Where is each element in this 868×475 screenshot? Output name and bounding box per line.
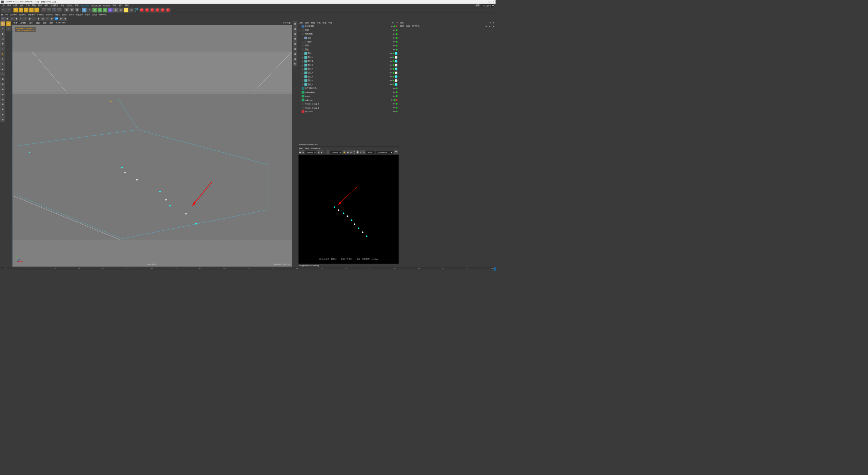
field-sphere[interactable]: 球域	[5, 13, 8, 16]
object-tags[interactable]	[391, 25, 398, 27]
rs-sphere-6[interactable]	[166, 8, 171, 13]
render-expand-button[interactable]: ⛶	[394, 150, 398, 154]
render-lock-button[interactable]: 🔒	[343, 150, 346, 154]
obj-menu-bookmarks[interactable]: 书签	[328, 21, 332, 24]
ri-3[interactable]: ▦	[293, 32, 297, 36]
tb2-3[interactable]: ◈	[10, 17, 14, 20]
expand-toggle[interactable]: +	[299, 45, 301, 47]
move-tool[interactable]: ✥	[19, 8, 23, 13]
object-row[interactable]: xpKill	[298, 94, 399, 98]
ri-2[interactable]: ▦	[293, 26, 297, 31]
obj-menu-objects[interactable]: 对象	[317, 21, 320, 24]
menu-create[interactable]: 创建	[13, 4, 17, 7]
minimize-button[interactable]: ─	[484, 1, 486, 3]
object-tags[interactable]	[393, 49, 399, 51]
field-shader[interactable]: 着色器域	[76, 13, 83, 16]
render-save-button[interactable]: 💾	[356, 150, 359, 154]
object-row[interactable]: xpFlowField	[298, 90, 399, 94]
select-tool[interactable]: ↖	[13, 8, 18, 13]
render-view[interactable]: 微信公众号：野鹿志 微博：野鹿志 作者：马鹿野郎 (0.04s)	[298, 155, 398, 264]
render-settings-button[interactable]: ▣	[75, 8, 79, 13]
render-zoom-input[interactable]	[366, 151, 376, 154]
menu-select[interactable]: 选择	[20, 4, 23, 7]
field-cone[interactable]: 圆锥体域	[28, 13, 35, 16]
axis-y-button[interactable]: Y	[47, 8, 52, 13]
tb2-12[interactable]: ◉	[50, 17, 54, 20]
close-button[interactable]: ✕	[493, 1, 495, 3]
redo-button[interactable]: ↷	[6, 8, 11, 13]
object-tags[interactable]	[390, 83, 398, 86]
menu-plugins[interactable]: 插件	[75, 4, 79, 7]
lt2-axis[interactable]: ✦	[6, 21, 11, 26]
object-row[interactable]: + 圆柱.5	[298, 71, 399, 75]
attr-tab-mode[interactable]: 模式	[400, 25, 404, 27]
vp-nav-4[interactable]: ▦	[289, 22, 290, 24]
attr-nav-up[interactable]: ▲	[489, 25, 491, 27]
tb2-9[interactable]: ◉	[37, 17, 40, 20]
lt-ext1[interactable]: ▦	[0, 77, 5, 81]
lt-mode1[interactable]: ◧	[0, 32, 5, 36]
render-snap-button[interactable]: ⊞	[350, 150, 352, 154]
lt-swirl[interactable]: ◉	[0, 66, 5, 71]
expand-toggle[interactable]: +	[301, 41, 304, 43]
object-tags[interactable]	[390, 79, 398, 82]
menu-tools[interactable]: 工具	[26, 4, 29, 7]
object-tags[interactable]	[390, 56, 398, 59]
lt-ext6[interactable]: ▦	[0, 102, 5, 107]
expand-toggle[interactable]: +	[299, 99, 301, 101]
rs-sphere-1[interactable]	[139, 8, 144, 13]
object-row[interactable]: Particle Group 1	[298, 106, 399, 110]
object-tags[interactable]	[390, 75, 398, 78]
object-row[interactable]: + 圆柱.1	[298, 55, 399, 59]
pen-button[interactable]: ✎	[87, 8, 92, 13]
tb2-11[interactable]: fx	[45, 17, 49, 20]
render-menu-customize[interactable]: Customize	[311, 147, 320, 149]
vp-menu-options[interactable]: 选项	[36, 21, 40, 24]
vp-menu-display[interactable]: 显示	[29, 21, 33, 24]
lt-hex[interactable]: ⬡	[0, 72, 5, 76]
field-cube[interactable]: 立方体域	[10, 13, 17, 16]
attr-nav-back[interactable]: ◄	[489, 22, 491, 24]
obj-menu-edit[interactable]: 编辑	[305, 21, 309, 24]
expand-toggle[interactable]: +	[301, 60, 304, 62]
layout-dropdown[interactable]: RS (用户)	[481, 4, 495, 7]
tb2-4[interactable]: ◆	[14, 17, 18, 20]
object-tags[interactable]	[393, 111, 399, 113]
object-row[interactable]: + 圆柱.3	[298, 63, 399, 67]
tb2-13[interactable]: ◉	[59, 17, 63, 20]
menu-insydium[interactable]: INSYDIUM	[92, 4, 101, 6]
tb2-14[interactable]: ◉	[63, 17, 67, 20]
object-tags[interactable]	[393, 95, 399, 97]
render-copy-button[interactable]: ⎘	[360, 150, 362, 154]
render-view-button[interactable]: ▣	[64, 8, 69, 13]
lt-points[interactable]: ⋮	[0, 46, 5, 51]
object-tags[interactable]	[393, 45, 399, 46]
object-row[interactable]: + xpEmitter	[298, 98, 399, 102]
vp-nav-3[interactable]: ⟲	[287, 22, 288, 24]
field-torus[interactable]: 圆环体域	[46, 13, 53, 16]
ri-1[interactable]: ▦	[293, 21, 297, 26]
rs-sphere-3[interactable]	[150, 8, 155, 13]
expand-toggle[interactable]: +	[299, 29, 301, 31]
lt-ext5[interactable]: ▦	[0, 97, 5, 102]
object-tags[interactable]	[393, 41, 399, 43]
render-crop-button[interactable]: ⬚	[327, 150, 329, 154]
grid-button[interactable]: ▦	[113, 8, 118, 13]
attr-nav-prev[interactable]: ◄	[485, 25, 487, 27]
maximize-button[interactable]: ▢	[489, 1, 490, 3]
subdiv-button[interactable]: ◉	[92, 8, 97, 13]
expand-toggle[interactable]: +	[301, 76, 304, 78]
object-row[interactable]: - 圆柱	[298, 48, 399, 51]
menu-volume[interactable]: 体积	[44, 4, 48, 7]
expand-toggle[interactable]: +	[301, 52, 304, 54]
attr-tab-edit[interactable]: 编辑	[406, 25, 410, 27]
viewport-3d[interactable]: Number of emitters: 1 Total live particl…	[12, 25, 292, 267]
menu-file[interactable]: 文件	[1, 4, 5, 7]
field-formula[interactable]: 公式域	[92, 13, 97, 16]
undo-button[interactable]: ↶	[1, 8, 6, 13]
object-row[interactable]: + 背景	[298, 28, 399, 32]
render-region-button[interactable]: ◯	[353, 150, 355, 154]
vp-menu-camera[interactable]: 摄像机	[20, 21, 26, 24]
field-python[interactable]: Python域	[99, 13, 106, 16]
object-tags[interactable]	[393, 103, 399, 105]
